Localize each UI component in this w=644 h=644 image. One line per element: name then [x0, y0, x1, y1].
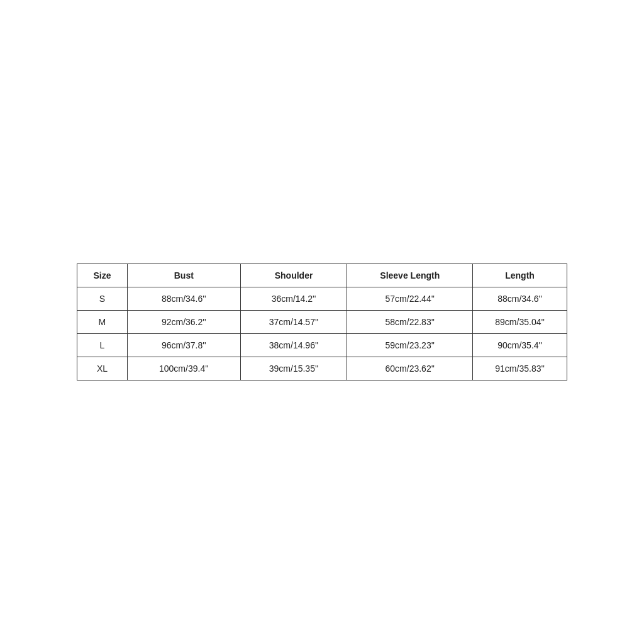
header-size: Size	[77, 264, 128, 287]
cell-size-xl: XL	[77, 357, 128, 380]
cell-bust-s: 88cm/34.6''	[127, 287, 240, 311]
header-sleeve-length: Sleeve Length	[347, 264, 473, 287]
cell-sleeve-xl: 60cm/23.62''	[347, 357, 473, 380]
table-row: XL 100cm/39.4'' 39cm/15.35'' 60cm/23.62'…	[77, 357, 567, 380]
table-header-row: Size Bust Shoulder Sleeve Length Length	[77, 264, 567, 287]
cell-bust-m: 92cm/36.2''	[127, 311, 240, 334]
cell-length-s: 88cm/34.6''	[473, 287, 567, 311]
cell-length-xl: 91cm/35.83''	[473, 357, 567, 380]
table-row: L 96cm/37.8'' 38cm/14.96'' 59cm/23.23'' …	[77, 334, 567, 357]
cell-shoulder-s: 36cm/14.2''	[240, 287, 347, 311]
size-chart-table: Size Bust Shoulder Sleeve Length Length …	[77, 264, 567, 380]
cell-bust-l: 96cm/37.8''	[127, 334, 240, 357]
size-chart-container: Size Bust Shoulder Sleeve Length Length …	[77, 264, 567, 380]
cell-length-l: 90cm/35.4''	[473, 334, 567, 357]
header-shoulder: Shoulder	[240, 264, 347, 287]
cell-size-m: M	[77, 311, 128, 334]
header-length: Length	[473, 264, 567, 287]
cell-shoulder-m: 37cm/14.57''	[240, 311, 347, 334]
cell-sleeve-s: 57cm/22.44''	[347, 287, 473, 311]
cell-shoulder-xl: 39cm/15.35''	[240, 357, 347, 380]
cell-bust-xl: 100cm/39.4''	[127, 357, 240, 380]
table-row: S 88cm/34.6'' 36cm/14.2'' 57cm/22.44'' 8…	[77, 287, 567, 311]
header-bust: Bust	[127, 264, 240, 287]
table-row: M 92cm/36.2'' 37cm/14.57'' 58cm/22.83'' …	[77, 311, 567, 334]
cell-shoulder-l: 38cm/14.96''	[240, 334, 347, 357]
cell-length-m: 89cm/35.04''	[473, 311, 567, 334]
cell-sleeve-l: 59cm/23.23''	[347, 334, 473, 357]
cell-size-l: L	[77, 334, 128, 357]
cell-size-s: S	[77, 287, 128, 311]
cell-sleeve-m: 58cm/22.83''	[347, 311, 473, 334]
